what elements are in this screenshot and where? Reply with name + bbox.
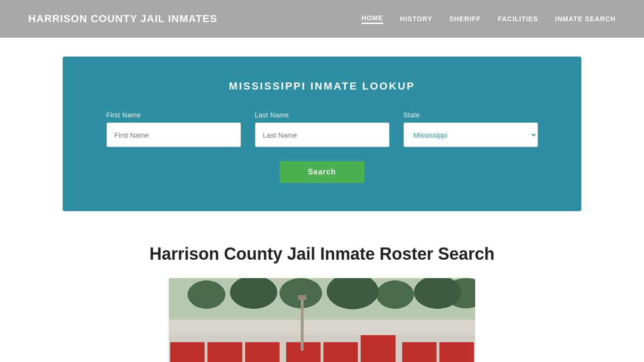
first-name-input[interactable] — [107, 123, 241, 147]
separator-2 — [397, 335, 401, 362]
search-button[interactable]: Search — [280, 161, 364, 183]
red-panel-8 — [439, 342, 474, 362]
search-btn-row: Search — [91, 161, 553, 183]
separator-1 — [281, 335, 285, 362]
jail-image-container — [169, 278, 475, 362]
jail-building-image — [169, 278, 475, 362]
nav-sheriff[interactable]: SHERIFF — [449, 15, 481, 23]
red-panel-5 — [323, 342, 358, 362]
main-nav: HOME HISTORY SHERIFF FACILITIES INMATE S… — [362, 14, 616, 24]
first-name-group: First Name — [107, 111, 241, 147]
red-panel-3 — [245, 342, 280, 362]
site-title: HARRISON COUNTY JAIL INMATES — [28, 13, 217, 25]
last-name-group: Last Name — [255, 111, 389, 147]
red-panels-area — [169, 335, 475, 362]
first-name-label: First Name — [107, 111, 241, 119]
red-panel-6 — [361, 335, 395, 362]
red-panel-7 — [402, 342, 437, 362]
nav-history[interactable]: HISTORY — [400, 15, 432, 23]
last-name-input[interactable] — [255, 123, 389, 147]
main-content: Harrison County Jail Inmate Roster Searc… — [63, 230, 581, 362]
state-select[interactable]: Mississippi — [404, 123, 538, 147]
nav-home[interactable]: HOME — [362, 14, 383, 24]
lookup-section: MISSISSIPPI INMATE LOOKUP First Name Las… — [63, 57, 581, 211]
lookup-title: MISSISSIPPI INMATE LOOKUP — [91, 80, 553, 92]
guard-tower — [301, 299, 304, 351]
nav-inmate-search[interactable]: INMATE SEARCH — [555, 15, 616, 23]
red-panel-2 — [207, 342, 242, 362]
site-header: HARRISON COUNTY JAIL INMATES HOME HISTOR… — [0, 0, 644, 38]
form-row: First Name Last Name State Mississippi — [91, 111, 553, 147]
roster-title: Harrison County Jail Inmate Roster Searc… — [72, 244, 572, 264]
state-group: State Mississippi — [404, 111, 538, 147]
state-label: State — [404, 111, 538, 119]
trees-area — [169, 278, 475, 325]
red-panel-1 — [170, 342, 205, 362]
last-name-label: Last Name — [255, 111, 389, 119]
nav-facilities[interactable]: FACILITIES — [498, 15, 538, 23]
